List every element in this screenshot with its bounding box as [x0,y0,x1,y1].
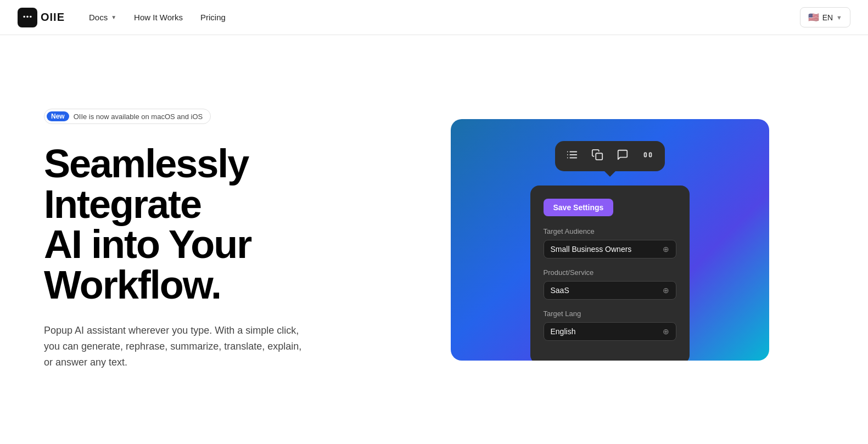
target-audience-group: Target Audience Small Business Owners ⊕ [544,227,676,258]
product-service-arrow: ⊕ [663,286,669,295]
target-lang-value: English [551,327,576,336]
hero-title: Seamlessly Integrate AI into Your Workfl… [44,144,351,305]
target-lang-label: Target Lang [544,310,676,318]
pricing-nav-item[interactable]: Pricing [194,8,232,26]
target-audience-value: Small Business Owners [551,245,632,254]
svg-rect-9 [596,153,602,160]
docs-label: Docs [89,13,108,22]
target-lang-group: Target Lang English ⊕ [544,310,676,341]
navbar-nav: Docs ▼ How It Works Pricing [82,8,800,26]
badge-text: OIIe is now available on macOS and iOS [74,113,203,121]
list-icon[interactable] [566,149,578,164]
lang-dropdown-arrow: ▼ [836,14,842,21]
docs-nav-item[interactable]: Docs ▼ [82,8,123,26]
hero-section: New OIIe is now available on macOS and i… [0,35,868,444]
logo-link[interactable]: OIIE [18,8,65,27]
target-lang-arrow: ⊕ [663,327,669,336]
product-service-group: Product/Service SaaS ⊕ [544,268,676,300]
svg-rect-1 [26,15,28,17]
target-audience-arrow: ⊕ [663,245,669,254]
toolbar-popup [555,141,665,171]
svg-rect-10 [644,153,646,156]
docs-dropdown-arrow: ▼ [111,14,116,20]
navbar: OIIE Docs ▼ How It Works Pricing 🇺🇸 EN ▼ [0,0,868,35]
hero-right: Save Settings Target Audience Small Busi… [384,119,835,361]
target-audience-label: Target Audience [544,227,676,235]
save-settings-button[interactable]: Save Settings [544,199,614,216]
product-service-label: Product/Service [544,268,676,277]
settings-panel: Save Settings Target Audience Small Busi… [530,186,690,361]
how-it-works-nav-item[interactable]: How It Works [127,8,189,26]
announcement-badge: New OIIe is now available on macOS and i… [44,109,211,124]
copy-icon[interactable] [591,149,603,164]
navbar-right: 🇺🇸 EN ▼ [800,7,850,27]
pricing-label: Pricing [200,13,226,22]
logo-icon [18,8,37,27]
flag-icon: 🇺🇸 [808,12,819,23]
pause-icon[interactable] [642,149,654,164]
logo-text: OIIE [41,11,65,24]
product-service-value: SaaS [551,286,569,295]
lang-code: EN [822,13,833,22]
svg-rect-11 [649,153,651,156]
how-it-works-label: How It Works [134,13,183,22]
product-service-select[interactable]: SaaS ⊕ [544,281,676,300]
svg-rect-0 [24,15,25,17]
mockup-inner: Save Settings Target Audience Small Busi… [451,119,769,361]
hero-subtitle: Popup AI assistant wherever you type. Wi… [44,323,307,370]
mockup-container: Save Settings Target Audience Small Busi… [451,119,769,361]
target-audience-select[interactable]: Small Business Owners ⊕ [544,240,676,258]
svg-rect-2 [30,15,31,17]
target-lang-select[interactable]: English ⊕ [544,322,676,341]
chat-icon[interactable] [617,149,629,164]
hero-left: New OIIe is now available on macOS and i… [44,109,351,370]
language-button[interactable]: 🇺🇸 EN ▼ [800,7,850,27]
badge-new-label: New [47,111,69,121]
